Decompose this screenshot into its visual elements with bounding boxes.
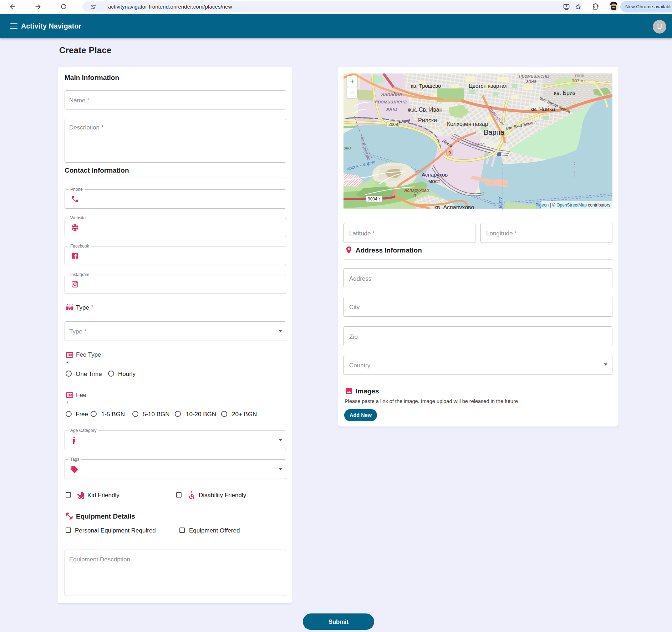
svg-text:зона: зона <box>526 78 537 84</box>
svg-text:Одесос: Одесос <box>468 142 485 147</box>
svg-text:2008: 2008 <box>388 122 398 127</box>
svg-text:промишлена: промишлена <box>519 73 549 79</box>
svg-text:тепе: тепе <box>575 73 584 78</box>
svg-text:Аспарухов: Аспарухов <box>422 172 448 178</box>
svg-text:ико: ико <box>343 145 351 151</box>
svg-text:промишлена: промишлена <box>375 98 407 105</box>
svg-text:Рилски: Рилски <box>418 117 437 123</box>
svg-text:0: 0 <box>413 193 416 198</box>
svg-text:кв. Трошево: кв. Трошево <box>411 83 441 89</box>
svg-text:зона: зона <box>385 106 397 112</box>
svg-text:кв. Бриз: кв. Бриз <box>554 90 575 96</box>
svg-text:Западна: Западна <box>381 91 402 97</box>
svg-text:кв. Аспарухово: кв. Аспарухово <box>434 204 474 209</box>
svg-text:Варна: Варна <box>484 128 505 136</box>
svg-text:Колхозен пазар: Колхозен пазар <box>447 121 488 127</box>
svg-text:кв. Чайка: кв. Чайка <box>530 106 555 112</box>
svg-text:Аспарухово: Аспарухово <box>404 188 429 193</box>
svg-text:ж.к. Св. Иван: ж.к. Св. Иван <box>408 107 443 113</box>
svg-text:Pigeon | © OpenStreetMap contr: Pigeon | © OpenStreetMap contributors <box>535 203 610 208</box>
svg-text:9004 ↕: 9004 ↕ <box>368 197 381 202</box>
svg-text:мост: мост <box>428 178 440 184</box>
svg-text:9: 9 <box>448 150 451 156</box>
svg-text:Цветен квартал: Цветен квартал <box>469 83 508 89</box>
svg-text:307 m: 307 m <box>572 78 585 83</box>
